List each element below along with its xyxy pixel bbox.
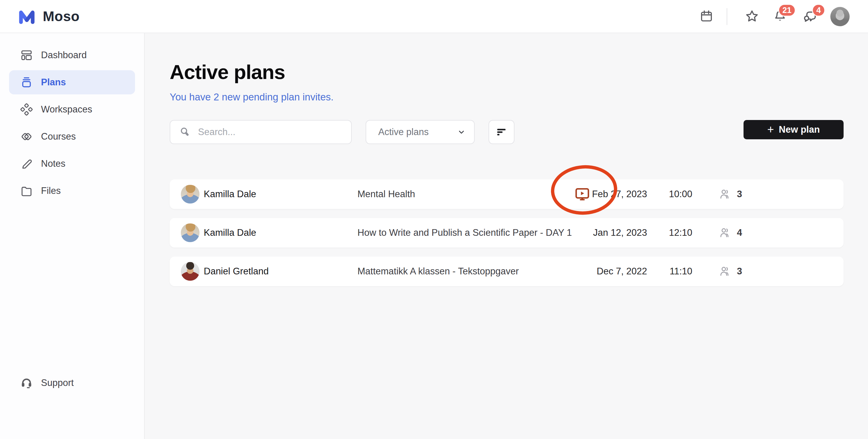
new-plan-label: New plan bbox=[779, 124, 820, 135]
favorites-star-icon[interactable] bbox=[744, 8, 761, 25]
avatar bbox=[181, 185, 199, 204]
users-icon bbox=[719, 265, 732, 278]
workspaces-icon bbox=[20, 103, 33, 116]
sidebar-item-label: Workspaces bbox=[41, 104, 92, 115]
files-folder-icon bbox=[20, 184, 33, 198]
plan-time: 10:00 bbox=[669, 189, 692, 200]
search-box bbox=[170, 120, 352, 144]
plans-filter-select[interactable]: Active plans bbox=[366, 120, 475, 144]
notes-icon bbox=[20, 157, 33, 170]
plan-date: Jan 12, 2023 bbox=[593, 227, 647, 238]
participants: 3 bbox=[719, 188, 742, 201]
plus-icon: + bbox=[767, 124, 774, 135]
participants-count: 3 bbox=[737, 266, 742, 277]
topbar-divider bbox=[727, 8, 727, 25]
plan-row-scientific-paper[interactable]: Kamilla Dale How to Write and Publish a … bbox=[170, 218, 844, 247]
filter-selected-value: Active plans bbox=[378, 127, 429, 138]
sidebar-item-label: Notes bbox=[41, 158, 65, 169]
sidebar-item-label: Courses bbox=[41, 131, 76, 142]
plan-owner: Daniel Gretland bbox=[204, 266, 269, 277]
app-title: Moso bbox=[43, 8, 80, 24]
search-input[interactable] bbox=[198, 127, 343, 138]
plan-owner: Kamilla Dale bbox=[204, 227, 256, 238]
sidebar: Dashboard Plans Workspace bbox=[0, 33, 145, 439]
sidebar-item-notes[interactable]: Notes bbox=[9, 152, 135, 176]
main-content: Active plans You have 2 new pending plan… bbox=[145, 33, 868, 439]
sidebar-item-label: Support bbox=[41, 378, 74, 388]
sidebar-item-label: Files bbox=[41, 185, 61, 196]
plan-date: Dec 7, 2022 bbox=[597, 266, 647, 277]
messages-count-badge: 4 bbox=[812, 4, 825, 17]
controls-row: Active plans + New plan bbox=[170, 120, 844, 144]
topbar: Moso 21 4 bbox=[0, 0, 868, 33]
plan-title: Mental Health bbox=[358, 189, 415, 200]
plan-date: Feb 27, 2023 bbox=[592, 189, 647, 200]
sidebar-item-label: Plans bbox=[41, 77, 66, 88]
calendar-icon[interactable] bbox=[698, 8, 715, 25]
participants-count: 3 bbox=[737, 189, 742, 200]
courses-icon bbox=[20, 130, 33, 143]
sidebar-nav: Dashboard Plans Workspace bbox=[0, 33, 144, 203]
sort-button[interactable] bbox=[489, 120, 515, 144]
page-title: Active plans bbox=[170, 60, 844, 84]
sidebar-item-dashboard[interactable]: Dashboard bbox=[9, 43, 135, 67]
avatar bbox=[181, 224, 199, 242]
participants-count: 4 bbox=[737, 227, 742, 238]
plan-row-mattematikk[interactable]: Daniel Gretland Mattematikk A klassen - … bbox=[170, 257, 844, 286]
pending-invites-link[interactable]: You have 2 new pending plan invites. bbox=[170, 91, 334, 103]
notifications-count-badge: 21 bbox=[778, 4, 796, 17]
new-plan-button[interactable]: + New plan bbox=[744, 120, 844, 139]
sidebar-item-workspaces[interactable]: Workspaces bbox=[9, 97, 135, 121]
app-logo[interactable]: Moso bbox=[18, 0, 80, 33]
plan-owner: Kamilla Dale bbox=[204, 189, 256, 200]
plan-title: Mattematikk A klassen - Tekstoppgaver bbox=[358, 266, 519, 277]
sidebar-item-plans[interactable]: Plans bbox=[9, 70, 135, 94]
sidebar-item-support[interactable]: Support bbox=[9, 371, 135, 395]
plan-time: 11:10 bbox=[670, 266, 692, 277]
sort-descending-icon bbox=[495, 126, 507, 138]
sidebar-item-label: Dashboard bbox=[41, 50, 87, 61]
plan-title: How to Write and Publish a Scientific Pa… bbox=[358, 227, 572, 238]
support-headset-icon bbox=[20, 376, 33, 389]
participants: 3 bbox=[719, 265, 742, 278]
moso-logo-icon bbox=[18, 7, 36, 26]
search-icon bbox=[179, 126, 191, 138]
plan-time: 12:10 bbox=[669, 227, 692, 238]
plan-row-mental-health[interactable]: Kamilla Dale Mental Health Feb 27, 2023 … bbox=[170, 179, 844, 209]
plans-list: Kamilla Dale Mental Health Feb 27, 2023 … bbox=[170, 179, 844, 286]
sidebar-item-courses[interactable]: Courses bbox=[9, 124, 135, 149]
plans-icon bbox=[20, 76, 33, 89]
participants: 4 bbox=[719, 227, 742, 239]
users-icon bbox=[719, 227, 732, 239]
avatar bbox=[181, 262, 199, 281]
chevron-down-icon bbox=[457, 127, 466, 137]
dashboard-icon bbox=[20, 49, 33, 62]
sidebar-item-files[interactable]: Files bbox=[9, 179, 135, 203]
user-avatar[interactable] bbox=[830, 7, 849, 26]
recording-play-icon[interactable] bbox=[574, 185, 591, 203]
users-icon bbox=[719, 188, 732, 201]
